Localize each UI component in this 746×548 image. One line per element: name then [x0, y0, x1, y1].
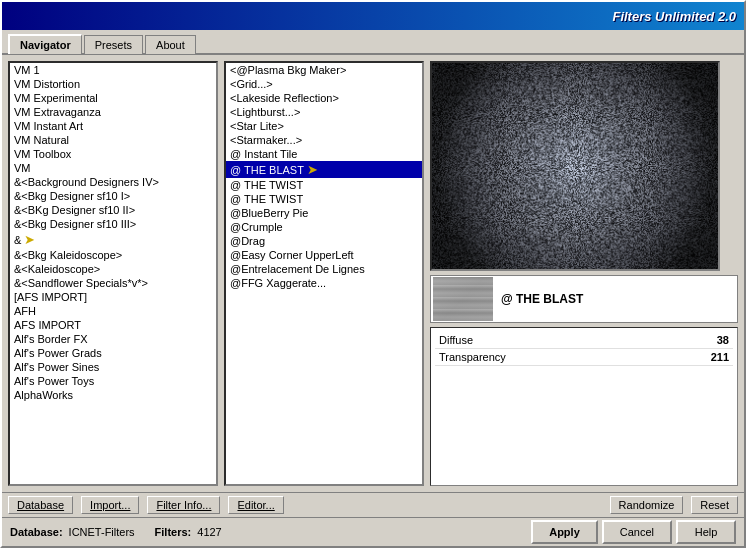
list-item[interactable]: & ➤	[10, 231, 216, 248]
list-item[interactable]: &<Bkg Designer sf10 I>	[10, 189, 216, 203]
database-value: ICNET-Filters	[69, 526, 135, 538]
filter-list-item[interactable]: @ THE TWIST	[226, 192, 422, 206]
list-item[interactable]: VM Natural	[10, 133, 216, 147]
apply-button[interactable]: Apply	[531, 520, 598, 544]
filter-list-panel: <@Plasma Bkg Maker><Grid...><Lakeside Re…	[224, 61, 424, 486]
title-text: Filters Unlimited 2.0	[612, 9, 736, 24]
filter-list-item[interactable]: <@Plasma Bkg Maker>	[226, 63, 422, 77]
thumbnail-row: @ THE BLAST	[430, 275, 738, 323]
status-bar: Database: ICNET-Filters Filters: 4127 Ap…	[2, 517, 744, 546]
editor-button[interactable]: Editor...	[228, 496, 283, 514]
list-item[interactable]: VM Toolbox	[10, 147, 216, 161]
list-item[interactable]: &<Bkg Designer sf10 III>	[10, 217, 216, 231]
param-row: Diffuse38	[435, 332, 733, 349]
filter-list-item[interactable]: @Entrelacement De Lignes	[226, 262, 422, 276]
bottom-toolbar: Database Import... Filter Info... Editor…	[2, 492, 744, 517]
main-content: VM 1VM DistortionVM ExperimentalVM Extra…	[2, 55, 744, 492]
list-item[interactable]: &<Kaleidoscope>	[10, 262, 216, 276]
list-item[interactable]: VM Instant Art	[10, 119, 216, 133]
list-item[interactable]: VM 1	[10, 63, 216, 77]
filter-list-item[interactable]: @ THE TWIST	[226, 178, 422, 192]
randomize-button[interactable]: Randomize	[610, 496, 684, 514]
list-item[interactable]: [AFS IMPORT]	[10, 290, 216, 304]
filter-list-item[interactable]: @Crumple	[226, 220, 422, 234]
database-button[interactable]: Database	[8, 496, 73, 514]
param-name: Diffuse	[439, 334, 473, 346]
title-bar: Filters Unlimited 2.0	[2, 2, 744, 30]
filter-list-item[interactable]: <Lightburst...>	[226, 105, 422, 119]
tab-presets[interactable]: Presets	[84, 35, 143, 54]
list-item[interactable]: Alf's Power Sines	[10, 360, 216, 374]
list-item[interactable]: VM Distortion	[10, 77, 216, 91]
list-item[interactable]: AFS IMPORT	[10, 318, 216, 332]
list-item[interactable]: &<Bkg Kaleidoscope>	[10, 248, 216, 262]
filters-status: Filters: 4127	[155, 526, 222, 538]
list-item[interactable]: VM Extravaganza	[10, 105, 216, 119]
filter-list-item[interactable]: @BlueBerry Pie	[226, 206, 422, 220]
filter-list-item[interactable]: <Star Lite>	[226, 119, 422, 133]
cancel-button[interactable]: Cancel	[602, 520, 672, 544]
param-name: Transparency	[439, 351, 506, 363]
list-item[interactable]: VM Experimental	[10, 91, 216, 105]
action-buttons: Apply Cancel Help	[531, 520, 736, 544]
filter-list-item[interactable]: <Starmaker...>	[226, 133, 422, 147]
param-value: 211	[711, 351, 729, 363]
list-item[interactable]: AlphaWorks	[10, 388, 216, 402]
category-list[interactable]: VM 1VM DistortionVM ExperimentalVM Extra…	[8, 61, 218, 486]
database-status: Database: ICNET-Filters	[10, 526, 135, 538]
filter-info-button[interactable]: Filter Info...	[147, 496, 220, 514]
filters-value: 4127	[197, 526, 221, 538]
param-value: 38	[717, 334, 729, 346]
help-button[interactable]: Help	[676, 520, 736, 544]
filter-list-item[interactable]: @ Instant Tile	[226, 147, 422, 161]
params-area: Diffuse38Transparency211	[430, 327, 738, 486]
import-button[interactable]: Import...	[81, 496, 139, 514]
list-item[interactable]: Alf's Border FX	[10, 332, 216, 346]
filter-list-item[interactable]: @Easy Corner UpperLeft	[226, 248, 422, 262]
filter-list-item[interactable]: @FFG Xaggerate...	[226, 276, 422, 290]
tab-navigator[interactable]: Navigator	[8, 34, 82, 54]
reset-button[interactable]: Reset	[691, 496, 738, 514]
list-item[interactable]: &<Background Designers IV>	[10, 175, 216, 189]
list-item[interactable]: VM	[10, 161, 216, 175]
columns-wrapper: VM 1VM DistortionVM ExperimentalVM Extra…	[8, 61, 738, 486]
list-item[interactable]: AFH	[10, 304, 216, 318]
filter-list-item[interactable]: <Grid...>	[226, 77, 422, 91]
filter-list-item[interactable]: @ THE BLAST ➤	[226, 161, 422, 178]
tabs-bar: Navigator Presets About	[2, 30, 744, 55]
preview-canvas	[432, 63, 718, 269]
thumbnail-label: @ THE BLAST	[501, 292, 583, 306]
filter-thumbnail	[433, 277, 493, 321]
filter-list[interactable]: <@Plasma Bkg Maker><Grid...><Lakeside Re…	[224, 61, 424, 486]
filter-list-item[interactable]: <Lakeside Reflection>	[226, 91, 422, 105]
preview-area: @ THE BLAST Diffuse38Transparency211	[430, 61, 738, 486]
left-panel: VM 1VM DistortionVM ExperimentalVM Extra…	[8, 61, 218, 486]
list-item[interactable]: &<BKg Designer sf10 II>	[10, 203, 216, 217]
filter-list-item[interactable]: @Drag	[226, 234, 422, 248]
tab-about[interactable]: About	[145, 35, 196, 54]
list-item[interactable]: Alf's Power Grads	[10, 346, 216, 360]
param-row: Transparency211	[435, 349, 733, 366]
preview-image	[430, 61, 720, 271]
filters-label: Filters:	[155, 526, 192, 538]
database-label: Database:	[10, 526, 63, 538]
main-window: Filters Unlimited 2.0 Navigator Presets …	[0, 0, 746, 548]
list-item[interactable]: &<Sandflower Specials*v*>	[10, 276, 216, 290]
list-item[interactable]: Alf's Power Toys	[10, 374, 216, 388]
